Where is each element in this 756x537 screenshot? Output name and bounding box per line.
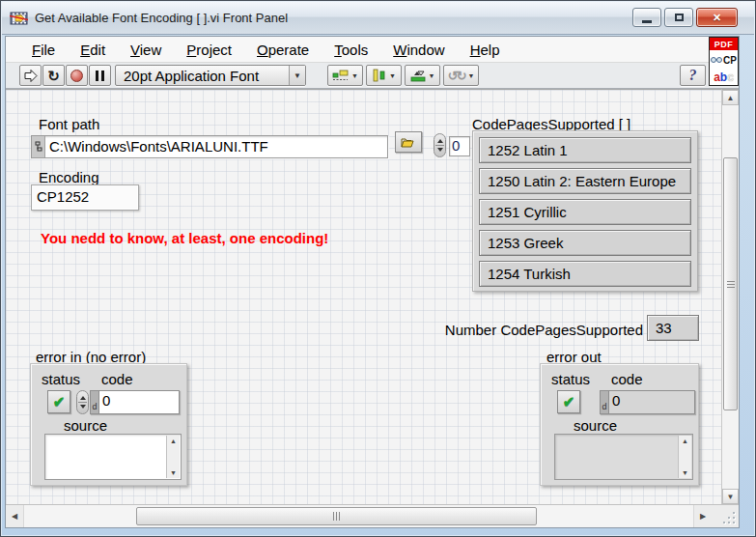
error-in-source-field[interactable]: ▲ ▼ bbox=[44, 434, 182, 480]
menu-view[interactable]: View bbox=[118, 39, 174, 61]
run-button[interactable] bbox=[19, 65, 42, 86]
font-selector-label: 20pt Application Font bbox=[124, 68, 259, 84]
chevron-down-icon: ▼ bbox=[389, 72, 396, 79]
front-panel-area: Font path C:\Windows\Fonts\ARIALUNI.TTF bbox=[6, 89, 739, 504]
vi-badge-pdf-label: PDF bbox=[710, 38, 738, 50]
vertical-scrollbar[interactable]: ▲ ▼ bbox=[721, 89, 739, 504]
chevron-down-icon: ▼ bbox=[289, 66, 305, 85]
distribute-objects-icon bbox=[372, 69, 386, 82]
titlebar[interactable]: Get Available Font Encoding [ ].vi Front… bbox=[2, 2, 754, 35]
error-in-code-field[interactable]: d 0 bbox=[90, 390, 180, 414]
error-out-code-value: 0 bbox=[608, 390, 695, 414]
error-in-cluster: status code ✔ d 0 source bbox=[30, 363, 187, 486]
scroll-down-icon[interactable]: ▼ bbox=[170, 469, 177, 476]
increment-icon[interactable] bbox=[437, 139, 443, 143]
error-in-code-label: code bbox=[101, 371, 133, 387]
path-type-icon bbox=[32, 136, 45, 157]
pause-button[interactable] bbox=[89, 65, 111, 86]
context-help-button[interactable]: ? bbox=[680, 65, 706, 86]
align-objects-icon bbox=[332, 69, 349, 82]
pause-icon bbox=[95, 68, 106, 84]
horizontal-scrollbar-track[interactable] bbox=[23, 505, 694, 527]
window-title: Get Available Font Encoding [ ].vi Front… bbox=[35, 11, 288, 25]
maximize-icon bbox=[675, 14, 684, 21]
menubar: File Edit View Project Operate Tools Win… bbox=[6, 37, 739, 63]
run-continuously-button[interactable]: ↻ bbox=[42, 65, 65, 86]
path-index-value[interactable]: 0 bbox=[449, 136, 470, 156]
scroll-up-icon[interactable]: ▲ bbox=[682, 438, 688, 444]
run-continuously-icon: ↻ bbox=[47, 69, 60, 83]
scroll-down-icon[interactable]: ▼ bbox=[682, 469, 688, 476]
abort-button[interactable] bbox=[66, 65, 88, 86]
menu-file[interactable]: File bbox=[19, 39, 68, 61]
menu-operate[interactable]: Operate bbox=[244, 39, 322, 61]
scroll-up-icon[interactable]: ▲ bbox=[170, 438, 177, 444]
encoding-value: CP1252 bbox=[31, 184, 139, 211]
scroll-left-button[interactable]: ◀ bbox=[6, 505, 23, 527]
menu-project[interactable]: Project bbox=[174, 39, 244, 61]
toolbar: ↻ 20pt Application Font ▼ ▼ bbox=[6, 63, 739, 89]
source-scrollbar[interactable]: ▲ ▼ bbox=[678, 436, 691, 478]
minimize-button[interactable] bbox=[632, 8, 661, 27]
encoding-label: Encoding bbox=[39, 169, 99, 185]
number-code-pages-value: 33 bbox=[647, 315, 699, 341]
code-page-item: 1254 Turkish bbox=[479, 261, 691, 287]
resize-grip[interactable] bbox=[712, 505, 739, 527]
decrement-icon[interactable] bbox=[437, 148, 443, 152]
minimize-icon bbox=[642, 20, 652, 23]
scroll-up-button[interactable]: ▲ bbox=[722, 90, 739, 105]
resize-objects-icon bbox=[410, 69, 426, 82]
menu-help[interactable]: Help bbox=[458, 39, 513, 61]
path-index-stepper[interactable] bbox=[434, 133, 446, 157]
browse-button[interactable] bbox=[395, 131, 422, 153]
labview-front-panel-window: Get Available Font Encoding [ ].vi Front… bbox=[0, 0, 756, 537]
decrement-icon[interactable] bbox=[80, 405, 86, 409]
error-out-status-label: status bbox=[551, 371, 590, 387]
source-scrollbar[interactable]: ▲ ▼ bbox=[166, 436, 180, 478]
horizontal-scrollbar-thumb[interactable] bbox=[136, 507, 537, 525]
abort-icon bbox=[70, 70, 83, 82]
abc-icon: abc bbox=[710, 70, 738, 85]
vertical-scrollbar-thumb[interactable] bbox=[723, 157, 738, 410]
horizontal-scrollbar[interactable]: ◀ ▶ bbox=[6, 504, 739, 527]
increment-icon[interactable] bbox=[80, 396, 86, 400]
error-in-code-stepper[interactable] bbox=[76, 390, 89, 414]
close-button[interactable]: ✕ bbox=[696, 8, 738, 27]
distribute-objects-button[interactable]: ▼ bbox=[366, 65, 402, 86]
menu-edit[interactable]: Edit bbox=[68, 39, 118, 61]
number-code-pages-label: Number CodePagesSupported bbox=[438, 322, 643, 338]
maximize-button[interactable] bbox=[664, 8, 693, 27]
error-out-code-label: code bbox=[611, 371, 643, 387]
error-out-code-field: d 0 bbox=[600, 390, 695, 414]
resize-objects-button[interactable]: ▼ bbox=[405, 65, 440, 86]
checkmark-icon: ✔ bbox=[563, 393, 575, 410]
chevron-down-icon: ▼ bbox=[429, 72, 435, 79]
font-path-label: Font path bbox=[39, 116, 99, 132]
scroll-down-button[interactable]: ▼ bbox=[722, 489, 739, 504]
font-path-value[interactable]: C:\Windows\Fonts\ARIALUNI.TTF bbox=[45, 136, 387, 157]
error-in-source-label: source bbox=[64, 417, 107, 434]
close-icon: ✕ bbox=[713, 12, 721, 24]
front-panel: Font path C:\Windows\Fonts\ARIALUNI.TTF bbox=[6, 89, 721, 504]
chevron-down-icon: ▼ bbox=[351, 72, 358, 79]
error-in-status-button[interactable]: ✔ bbox=[47, 390, 70, 413]
reorder-objects-button[interactable]: ↺↻ ▼ bbox=[443, 65, 479, 86]
vi-icon-badge[interactable]: PDF CP abc bbox=[709, 37, 739, 86]
font-path-control[interactable]: C:\Windows\Fonts\ARIALUNI.TTF bbox=[31, 135, 388, 158]
glasses-icon bbox=[711, 56, 722, 64]
client-area: File Edit View Project Operate Tools Win… bbox=[5, 36, 740, 528]
radix-indicator[interactable]: d bbox=[90, 390, 98, 414]
scroll-right-button[interactable]: ▶ bbox=[694, 505, 712, 527]
chevron-down-icon: ▼ bbox=[467, 72, 474, 79]
align-objects-button[interactable]: ▼ bbox=[327, 65, 363, 86]
code-page-item: 1250 Latin 2: Eastern Europe bbox=[479, 168, 691, 194]
menu-window[interactable]: Window bbox=[380, 39, 457, 61]
error-in-code-value[interactable]: 0 bbox=[98, 390, 180, 414]
menu-tools[interactable]: Tools bbox=[322, 39, 380, 61]
checkmark-icon: ✔ bbox=[53, 393, 66, 410]
code-page-item: 1253 Greek bbox=[479, 230, 691, 256]
code-pages-array: 1252 Latin 1 1250 Latin 2: Eastern Europ… bbox=[472, 130, 698, 292]
error-out-source-field: ▲ ▼ bbox=[554, 434, 693, 480]
error-out-cluster: status code ✔ d 0 source ▲ ▼ bbox=[540, 363, 699, 486]
font-selector[interactable]: 20pt Application Font ▼ bbox=[115, 65, 306, 86]
